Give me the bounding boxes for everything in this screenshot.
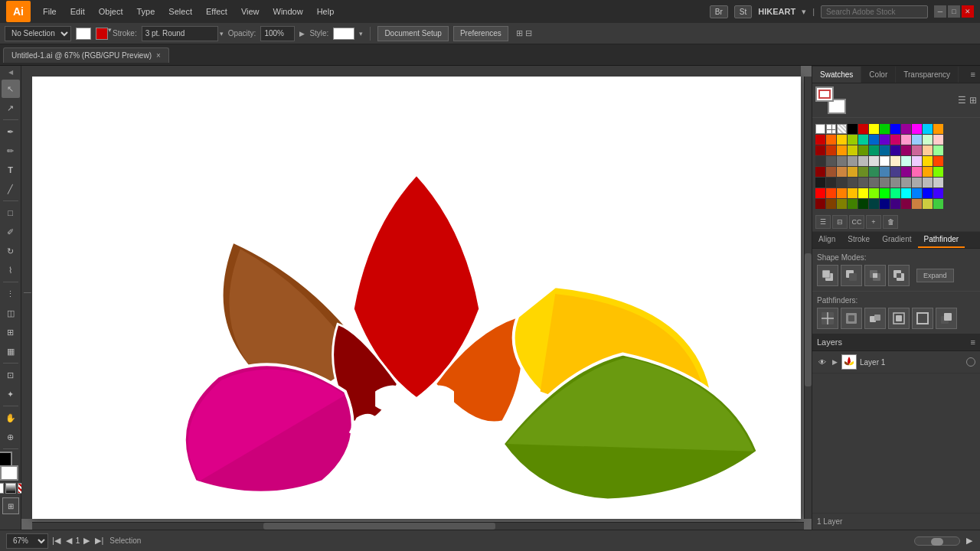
tab-stroke[interactable]: Stroke (841, 232, 876, 248)
hand-button[interactable]: ✋ (2, 409, 20, 427)
pencil-button[interactable]: ✐ (2, 223, 20, 241)
mesh-button[interactable]: ⊞ (2, 323, 20, 341)
blend-button[interactable]: ⋮ (2, 285, 20, 303)
menu-file[interactable]: File (37, 5, 63, 18)
title-dropdown-icon[interactable]: ▾ (802, 7, 806, 17)
artboard-toggle[interactable]: ⊞ (2, 497, 19, 514)
tab-color[interactable]: Color (861, 67, 896, 83)
style-swatch[interactable] (333, 28, 354, 40)
gradient-button[interactable]: ◫ (2, 304, 20, 322)
swatch-magenta[interactable] (912, 124, 922, 134)
shape-mode-intersect[interactable] (864, 265, 886, 286)
direct-select-button[interactable]: ↗ (2, 99, 20, 117)
background-color-box[interactable] (0, 465, 18, 481)
graph-button[interactable]: ▦ (2, 342, 20, 360)
artboard-button[interactable]: ⊡ (2, 366, 20, 384)
minimize-button[interactable]: ─ (934, 5, 946, 18)
swatch-white[interactable] (815, 124, 825, 134)
layer-expand-arrow[interactable]: ▶ (831, 357, 838, 367)
menu-object[interactable]: Object (93, 5, 129, 18)
select-tool-button[interactable]: ↖ (2, 80, 20, 98)
selection-dropdown[interactable]: No Selection (5, 26, 71, 41)
tab-swatches[interactable]: Swatches (812, 67, 861, 83)
line-button[interactable]: ╱ (2, 180, 20, 198)
menu-type[interactable]: Type (131, 5, 162, 18)
swatch-grid-icon[interactable]: ⊞ (969, 95, 977, 106)
rect-button[interactable]: □ (2, 204, 20, 222)
swatch-cc-icon[interactable]: CC (849, 215, 864, 229)
stock-search-input[interactable] (821, 5, 928, 18)
swatch-delete-icon[interactable]: 🗑 (883, 215, 898, 229)
close-button[interactable]: ✕ (962, 5, 974, 18)
warp-button[interactable]: ⌇ (2, 261, 20, 279)
swatch-registration[interactable] (826, 124, 836, 134)
shape-mode-exclude[interactable] (888, 265, 910, 286)
pf-outline[interactable] (912, 308, 933, 329)
vertical-scrollbar[interactable] (804, 77, 812, 519)
swatch-red[interactable] (858, 124, 868, 134)
swatch-add-icon[interactable]: ⊟ (832, 215, 848, 229)
fill-swatch[interactable] (76, 28, 91, 40)
swatch-yellow[interactable] (869, 124, 879, 134)
toggle-view-button[interactable]: ▶ (965, 536, 974, 546)
tab-pathfinder[interactable]: Pathfinder (918, 232, 965, 248)
tab-gradient[interactable]: Gradient (876, 232, 917, 248)
pf-minus-back[interactable] (936, 308, 957, 329)
swatch-orange[interactable] (933, 124, 943, 134)
bridge-button[interactable]: Br (710, 5, 728, 18)
pf-merge[interactable] (864, 308, 886, 329)
foreground-color-box[interactable] (0, 452, 12, 467)
swatch-new-icon[interactable]: + (866, 215, 881, 229)
type-button[interactable]: T (2, 161, 20, 179)
shape-mode-minus-front[interactable] (841, 265, 862, 286)
pen-tool-button[interactable]: ✒ (2, 122, 20, 141)
style-dropdown[interactable]: ▾ (359, 30, 363, 37)
last-page-button[interactable]: ▶| (93, 536, 105, 546)
menu-edit[interactable]: Edit (64, 5, 91, 18)
preferences-button[interactable]: Preferences (453, 26, 508, 41)
fill-mode-color[interactable] (0, 483, 4, 494)
tab-align[interactable]: Align (812, 232, 841, 248)
swatch-list-icon[interactable]: ☰ (958, 95, 966, 106)
menu-window[interactable]: Window (267, 5, 309, 18)
swatch-stroke-box[interactable] (815, 86, 834, 102)
expand-button[interactable]: Expand (916, 269, 954, 282)
pf-divide[interactable] (817, 308, 838, 329)
fill-mode-grad[interactable] (5, 483, 16, 494)
pf-trim[interactable] (841, 308, 862, 329)
swatch-pattern[interactable] (837, 124, 847, 134)
menu-help[interactable]: Help (311, 5, 341, 18)
horizontal-scrollbar[interactable] (32, 522, 804, 530)
swatch-libraries-icon[interactable]: ☰ (815, 215, 831, 229)
document-tab[interactable]: Untitled-1.ai @ 67% (RGB/GPU Preview) × (3, 47, 169, 63)
stock-button[interactable]: St (734, 5, 752, 18)
maximize-button[interactable]: □ (948, 5, 960, 18)
opacity-arrow[interactable]: ▶ (299, 30, 305, 37)
doc-tab-close[interactable]: × (156, 51, 161, 60)
menu-view[interactable]: View (235, 5, 266, 18)
shape-mode-unite[interactable] (817, 265, 838, 286)
zoom-select[interactable]: 67% (6, 533, 48, 549)
document-setup-button[interactable]: Document Setup (377, 26, 449, 41)
swatch-purple[interactable] (901, 124, 911, 134)
panel-collapse-left[interactable]: ◀ (8, 69, 13, 76)
paintbrush-button[interactable]: ✏ (2, 142, 20, 160)
rotate-button[interactable]: ↻ (2, 242, 20, 260)
zoom-button[interactable]: ⊕ (2, 428, 20, 446)
opacity-input[interactable] (260, 26, 295, 41)
eyedropper-button[interactable]: ✦ (2, 385, 20, 403)
stroke-value-input[interactable] (142, 26, 218, 41)
swatches-panel-menu[interactable]: ≡ (966, 66, 980, 83)
arrange-icons[interactable]: ⊞ ⊟ (513, 28, 535, 38)
layer-visibility-toggle[interactable]: 👁 (817, 357, 828, 367)
swatch-green[interactable] (880, 124, 890, 134)
stroke-dropdown[interactable]: ▾ (220, 30, 224, 37)
layers-menu-icon[interactable]: ≡ (971, 337, 975, 347)
menu-effect[interactable]: Effect (200, 5, 234, 18)
layer-row-1[interactable]: 👁 ▶ Layer 1 (812, 351, 980, 373)
swatch-blue[interactable] (890, 124, 900, 134)
prev-page-button[interactable]: ◀ (64, 536, 74, 546)
next-page-button[interactable]: ▶ (82, 536, 91, 546)
nav-indicator[interactable] (914, 536, 960, 546)
pf-crop[interactable] (888, 308, 910, 329)
